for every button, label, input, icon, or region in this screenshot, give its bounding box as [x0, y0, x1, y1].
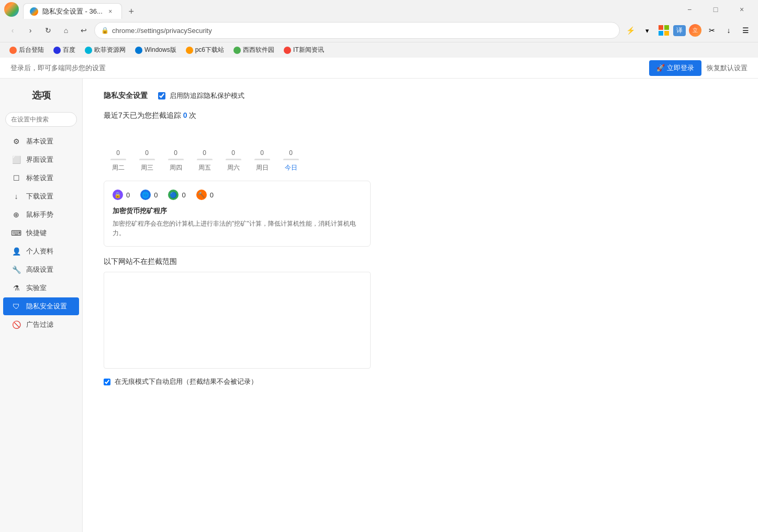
close-button[interactable]: ×	[730, 2, 754, 17]
chart-bars: 0 0 0 0 0	[104, 129, 737, 160]
search-box	[0, 110, 82, 132]
active-tab[interactable]: 隐私安全设置 - 36... ×	[23, 3, 122, 19]
sidebar: 选项 ⚙ 基本设置 ⬜ 界面设置 ☐ 标签设置 ↓ 下载设置 ⊕ 鼠标手势 ⌨ …	[0, 79, 83, 532]
profile-settings-icon: 👤	[12, 247, 21, 256]
login-avatar-icon[interactable]: 立	[688, 23, 703, 38]
lightning-icon[interactable]: ⚡	[623, 23, 638, 38]
bookmark-admin[interactable]: 后台登陆	[5, 44, 48, 56]
stat-icon-purple: 🔒	[113, 190, 123, 200]
minimize-button[interactable]: −	[677, 2, 701, 17]
basic-settings-icon: ⚙	[12, 137, 21, 146]
bar-0	[110, 159, 126, 160]
search-input[interactable]	[5, 112, 77, 127]
dropdown-icon[interactable]: ▾	[640, 23, 654, 38]
chart-labels: 周二 周三 周四 周五 周六 周日 今日	[104, 163, 737, 172]
sidebar-item-download[interactable]: ↓ 下载设置	[3, 187, 79, 205]
sidebar-item-tabs[interactable]: ☐ 标签设置	[3, 169, 79, 187]
chart-col-3: 0	[190, 149, 219, 160]
bookmark-windows[interactable]: Windows版	[131, 44, 181, 56]
home-button[interactable]: ⌂	[59, 23, 73, 38]
translate-button[interactable]: 译	[673, 25, 686, 36]
bookmark-pc6[interactable]: pc6下载站	[182, 44, 228, 56]
lock-icon: 🔒	[101, 27, 109, 34]
stat-item-2: 🔵 0	[168, 190, 185, 200]
stat-value-3: 0	[210, 191, 214, 199]
bar-value-3: 0	[203, 149, 206, 157]
stat-item-3: 🔨 0	[196, 190, 214, 200]
info-description: 加密挖矿程序会在您的计算机上进行非法的"挖矿"计算，降低计算机性能，消耗计算机电…	[113, 219, 362, 238]
websites-title: 以下网站不在拦截范围	[104, 257, 737, 267]
banner-text: 登录后，即可多端同步您的设置	[10, 63, 106, 73]
page-content: 隐私安全设置 启用防追踪隐私保护模式 最近7天已为您拦截追踪 0 次 0	[83, 79, 758, 532]
auto-enable-checkbox[interactable]	[104, 379, 110, 385]
chart-col-6: 0	[276, 149, 305, 160]
chart-col-1: 0	[132, 149, 161, 160]
advanced-settings-icon: 🔧	[12, 265, 21, 274]
sidebar-item-interface[interactable]: ⬜ 界面设置	[3, 151, 79, 169]
login-button[interactable]: 🚀 立即登录	[649, 60, 701, 76]
prev-page-button[interactable]: ↩	[76, 23, 91, 38]
sidebar-item-shortcuts[interactable]: ⌨ 快捷键	[3, 224, 79, 242]
windows-logo-icon[interactable]	[656, 23, 671, 38]
enable-tracking-checkbox[interactable]	[158, 92, 165, 99]
url-text: chrome://settings/privacySecurity	[112, 27, 212, 35]
stat-icon-green: 🔵	[168, 190, 179, 200]
new-tab-button[interactable]: +	[124, 4, 139, 19]
stats-section: 最近7天已为您拦截追踪 0 次 0 0 0	[104, 111, 737, 247]
chart-label-0: 周二	[104, 163, 132, 172]
chart-label-2: 周四	[161, 163, 190, 172]
chart-label-3: 周五	[190, 163, 219, 172]
lab-settings-icon: ⚗	[12, 283, 21, 293]
bar-value-2: 0	[174, 149, 177, 157]
sidebar-item-lab[interactable]: ⚗ 实验室	[3, 279, 79, 297]
scissors-icon[interactable]: ✂	[705, 23, 719, 38]
tab-close-button[interactable]: ×	[106, 7, 115, 16]
top-banner: 登录后，即可多端同步您的设置 🚀 立即登录 恢复默认设置	[0, 58, 758, 79]
chart-label-5: 周日	[248, 163, 276, 172]
websites-exclusion-box[interactable]	[104, 272, 371, 369]
stats-title: 最近7天已为您拦截追踪 0 次	[104, 111, 737, 120]
interface-settings-icon: ⬜	[12, 155, 21, 164]
sidebar-item-profile[interactable]: 👤 个人资料	[3, 242, 79, 260]
enable-tracking-row: 启用防追踪隐私保护模式	[158, 91, 244, 101]
sidebar-item-mouse[interactable]: ⊕ 鼠标手势	[3, 206, 79, 224]
browser-logo	[4, 2, 19, 17]
auto-enable-label: 在无痕模式下自动启用（拦截结果不会被记录）	[115, 377, 258, 386]
download-settings-icon: ↓	[12, 192, 21, 201]
sidebar-item-basic[interactable]: ⚙ 基本设置	[3, 132, 79, 150]
sidebar-item-advanced[interactable]: 🔧 高级设置	[3, 261, 79, 279]
chart-col-5: 0	[248, 149, 276, 160]
bookmark-xixi-icon	[233, 47, 241, 54]
privacy-header: 隐私安全设置 启用防追踪隐私保护模式	[104, 91, 737, 101]
auto-enable-row: 在无痕模式下自动启用（拦截结果不会被记录）	[104, 377, 737, 386]
websites-section: 以下网站不在拦截范围	[104, 257, 737, 369]
bar-5	[254, 159, 270, 160]
bookmark-baidu[interactable]: 百度	[49, 44, 80, 56]
sidebar-item-adblock[interactable]: 🚫 广告过滤	[3, 316, 79, 334]
maximize-button[interactable]: □	[704, 2, 728, 17]
tabs-settings-icon: ☐	[12, 173, 21, 183]
bookmark-itnews[interactable]: IT新闻资讯	[280, 44, 328, 56]
bookmark-oufei[interactable]: 欧菲资源网	[81, 44, 130, 56]
reload-button[interactable]: ↻	[41, 23, 55, 38]
download-icon[interactable]: ↓	[721, 23, 736, 38]
chart-label-today: 今日	[276, 163, 305, 172]
mouse-settings-icon: ⊕	[12, 210, 21, 219]
tab-favicon	[30, 7, 38, 16]
back-button[interactable]: ‹	[5, 23, 20, 38]
bar-value-6: 0	[289, 149, 293, 157]
chart-col-2: 0	[161, 149, 190, 160]
address-bar[interactable]: 🔒 chrome://settings/privacySecurity	[94, 22, 620, 39]
menu-icon[interactable]: ☰	[738, 23, 753, 38]
bookmark-windows-icon	[135, 47, 142, 54]
info-box: 🔒 0 🌐 0 🔵 0 🔨 0 加密	[104, 181, 371, 247]
bookmark-baidu-icon	[53, 47, 61, 54]
restore-defaults-button[interactable]: 恢复默认设置	[707, 63, 748, 73]
sidebar-item-privacy[interactable]: 🛡 隐私安全设置	[3, 297, 79, 315]
forward-button[interactable]: ›	[23, 23, 38, 38]
chart-col-0: 0	[104, 149, 132, 160]
stat-icon-blue: 🌐	[140, 190, 151, 200]
stats-count: 0	[183, 111, 187, 119]
bookmark-xixi[interactable]: 西西软件园	[229, 44, 278, 56]
bar-4	[226, 159, 241, 160]
